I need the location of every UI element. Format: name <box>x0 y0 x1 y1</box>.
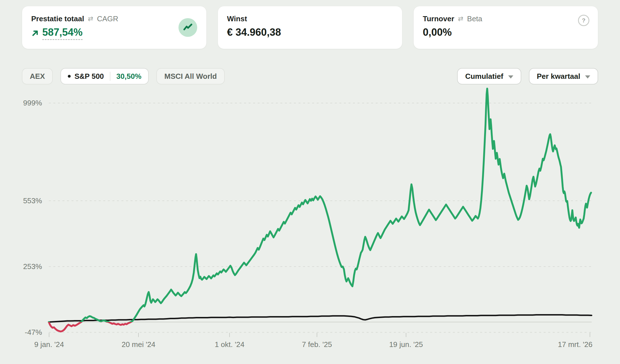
x-axis-label: 17 mrt. '26 <box>558 340 592 349</box>
x-axis-label: 20 mei '24 <box>121 340 155 349</box>
x-axis-label: 19 jun. '25 <box>389 340 423 349</box>
y-axis-label: 553% <box>23 196 42 205</box>
y-axis-label: -47% <box>25 328 42 337</box>
performance-chart[interactable]: 999%553%253%-47%9 jan. '2420 mei '241 ok… <box>0 0 620 364</box>
portfolio-line-negative-segment <box>49 88 591 331</box>
x-axis-label: 7 feb. '25 <box>302 340 332 349</box>
benchmark-line <box>49 315 592 322</box>
portfolio-line <box>49 88 591 331</box>
y-axis-label: 999% <box>23 99 42 107</box>
x-axis-label: 1 okt. '24 <box>215 340 245 349</box>
y-axis-label: 253% <box>23 262 42 271</box>
x-axis-label: 9 jan. '24 <box>34 340 64 349</box>
